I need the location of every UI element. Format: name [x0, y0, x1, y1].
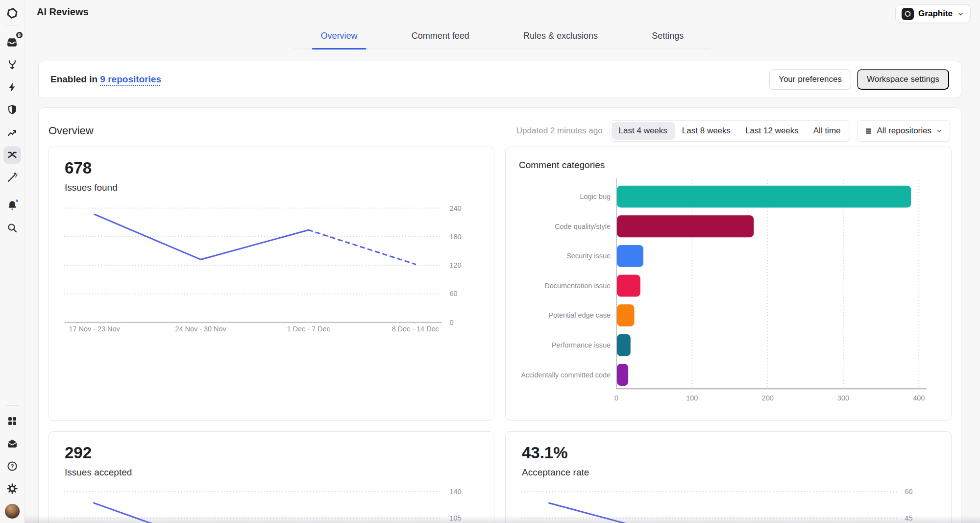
repositories-icon: [864, 127, 873, 135]
svg-text:400: 400: [913, 394, 925, 402]
svg-text:300: 300: [837, 394, 849, 402]
tab-settings[interactable]: Settings: [651, 25, 685, 49]
graphite-logo-icon[interactable]: [3, 4, 21, 22]
your-preferences-button[interactable]: Your preferences: [769, 69, 851, 90]
overview-section: Overview Updated 2 minutes ago Last 4 we…: [38, 107, 961, 523]
time-range-segmented-control: Last 4 weeksLast 8 weeksLast 12 weeksAll…: [610, 120, 850, 142]
notifications-unread-dot: [15, 199, 19, 203]
svg-text:Code quality/style: Code quality/style: [555, 223, 611, 230]
tabs: OverviewComment feedRules & exclusionsSe…: [294, 25, 711, 50]
tab-overview[interactable]: Overview: [320, 25, 359, 49]
stat-label: Issues found: [65, 182, 118, 193]
stat-label: Issues accepted: [65, 467, 132, 478]
svg-text:120: 120: [449, 261, 461, 269]
issues-accepted-card: 292 Issues accepted 140105: [48, 431, 494, 523]
svg-text:240: 240: [449, 204, 461, 212]
svg-text:100: 100: [686, 394, 698, 402]
svg-text:45: 45: [905, 514, 912, 522]
settings-gear-icon[interactable]: [3, 480, 21, 498]
chart-title: Comment categories: [519, 160, 605, 171]
svg-text:0: 0: [614, 394, 618, 402]
charts-grid: 678 Issues found 06012018024017 Nov - 23…: [39, 147, 961, 523]
search-icon[interactable]: [3, 219, 21, 237]
svg-text:1 Dec - 7 Dec: 1 Dec - 7 Dec: [287, 325, 330, 333]
comment-categories-card: Comment categories 0100200300400Logic bu…: [505, 147, 952, 421]
range-last-4-weeks[interactable]: Last 4 weeks: [612, 122, 675, 140]
org-name: Graphite: [918, 9, 953, 19]
svg-text:Performance issue: Performance issue: [552, 341, 611, 349]
chevron-down-icon: [936, 127, 943, 134]
notifications-bell-icon[interactable]: [3, 197, 21, 214]
help-icon[interactable]: ?: [3, 457, 21, 475]
comment-categories-bar-chart: 0100200300400Logic bugCode quality/style…: [506, 147, 951, 420]
banner-actions: Your preferences Workspace settings: [769, 69, 949, 90]
sidebar-divider: [6, 190, 19, 190]
repository-filter-dropdown[interactable]: All repositories: [857, 120, 951, 142]
stat-label: Acceptance rate: [522, 467, 589, 478]
enabled-banner: Enabled in 9 repositories Your preferenc…: [38, 61, 961, 98]
repositories-link[interactable]: 9 repositories: [100, 74, 161, 84]
acceptance-rate-stat: 43.1% Acceptance rate: [522, 444, 589, 478]
org-switcher-button[interactable]: Graphite: [895, 4, 971, 23]
flash-icon[interactable]: [3, 78, 21, 96]
apps-grid-icon[interactable]: [3, 412, 21, 430]
stat-value: 43.1%: [522, 444, 589, 462]
inbox-icon[interactable]: 9: [3, 33, 21, 51]
overview-controls: Updated 2 minutes ago Last 4 weeksLast 8…: [516, 120, 950, 142]
range-last-8-weeks[interactable]: Last 8 weeks: [675, 122, 738, 140]
shield-icon[interactable]: [3, 101, 21, 119]
mail-icon[interactable]: [3, 435, 21, 452]
tab-comment-feed[interactable]: Comment feed: [411, 25, 470, 49]
svg-text:17 Nov - 23 Nov: 17 Nov - 23 Nov: [69, 325, 120, 333]
avatar-image: [5, 504, 20, 519]
svg-text:Logic bug: Logic bug: [580, 193, 611, 200]
stat-value: 292: [65, 444, 132, 462]
org-avatar: [902, 8, 914, 20]
updated-timestamp: Updated 2 minutes ago: [516, 126, 603, 136]
top-bar: AI Reviews OverviewComment feedRules & e…: [24, 0, 980, 50]
svg-text:105: 105: [449, 514, 461, 522]
svg-text:Potential edge case: Potential edge case: [548, 311, 611, 319]
page-title: AI Reviews: [37, 6, 89, 18]
issues-found-stat: 678 Issues found: [65, 159, 118, 193]
svg-text:24 Nov - 30 Nov: 24 Nov - 30 Nov: [175, 325, 226, 333]
user-avatar[interactable]: [3, 502, 21, 520]
main-content: AI Reviews OverviewComment feedRules & e…: [24, 0, 980, 523]
svg-text:200: 200: [762, 394, 774, 402]
issues-accepted-stat: 292 Issues accepted: [65, 444, 132, 478]
insights-icon[interactable]: [3, 124, 21, 141]
overview-header: Overview Updated 2 minutes ago Last 4 we…: [39, 108, 961, 142]
svg-text:60: 60: [449, 290, 457, 298]
chevron-down-icon: [957, 10, 964, 18]
acceptance-rate-card: 43.1% Acceptance rate 6045: [505, 431, 952, 523]
enabled-banner-text: Enabled in 9 repositories: [50, 74, 161, 85]
svg-text:60: 60: [905, 488, 912, 496]
range-all-time[interactable]: All time: [806, 122, 848, 140]
svg-text:Security issue: Security issue: [566, 252, 611, 260]
range-last-12-weeks[interactable]: Last 12 weeks: [738, 122, 806, 140]
sidebar-divider: [6, 25, 19, 26]
inbox-badge: 9: [15, 31, 24, 39]
svg-text:180: 180: [449, 233, 461, 241]
svg-text:8 Dec - 14 Dec: 8 Dec - 14 Dec: [392, 325, 439, 333]
svg-text:?: ?: [10, 463, 14, 469]
tab-rules-exclusions[interactable]: Rules & exclusions: [522, 25, 599, 49]
section-title: Overview: [49, 125, 94, 137]
svg-text:Accidentally committed code: Accidentally committed code: [521, 371, 611, 379]
merge-icon[interactable]: [3, 56, 21, 74]
sidebar-divider: [6, 405, 19, 406]
enabled-prefix: Enabled in: [50, 74, 100, 84]
repository-filter-label: All repositories: [877, 126, 932, 136]
issues-found-card: 678 Issues found 06012018024017 Nov - 23…: [48, 147, 494, 421]
stat-value: 678: [65, 159, 118, 177]
sidebar: 9 ?: [0, 0, 24, 523]
svg-text:Documentation issue: Documentation issue: [544, 282, 611, 290]
workspace-settings-button[interactable]: Workspace settings: [857, 69, 949, 90]
automations-wand-icon[interactable]: [3, 169, 21, 186]
svg-text:0: 0: [449, 319, 453, 326]
svg-text:140: 140: [449, 488, 461, 496]
ai-reviews-icon[interactable]: [3, 146, 21, 164]
